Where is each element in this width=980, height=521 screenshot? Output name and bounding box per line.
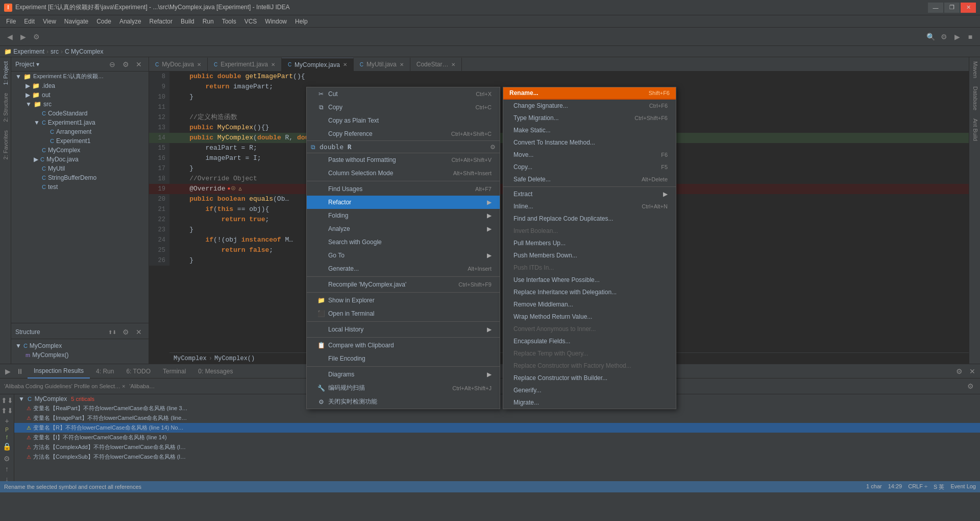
ctx-encoding-scan[interactable]: 🔧 编码规约扫描 Ctrl+Alt+Shift+J [307,381,500,395]
ctx-close-realtime[interactable]: ⚙ 关闭实时检测功能 [307,395,500,409]
refactor-use-interface[interactable]: Use Interface Where Possible... [503,274,676,286]
bottom-tab-messages[interactable]: 0: Messages [192,364,239,378]
refactor-push-down[interactable]: Push Members Down... [503,249,676,262]
toolbar-forward[interactable]: ▶ [17,31,29,42]
inspection-p-icon[interactable]: P [2,427,13,433]
favorites-tab[interactable]: 2: Favorites [1,126,10,163]
inspection-sort2[interactable]: ⬆⬇ [2,407,13,415]
menu-build[interactable]: Build [177,17,199,26]
ctx-cut[interactable]: ✂ Cut Ctrl+X [307,87,500,101]
tree-experiment[interactable]: ▼ 📁 Experiment E:\认真的侯颖… [11,72,149,81]
menu-refactor[interactable]: Refactor [145,17,177,26]
bottom-tab-todo[interactable]: 6: TODO [120,364,157,378]
ctx-refactor[interactable]: Refactor ▶ [307,196,500,209]
ctx-search-google[interactable]: Search with Google [307,235,500,249]
refactor-inline[interactable]: Inline... Ctrl+Alt+N [503,200,676,212]
ctx-copy-plain[interactable]: Copy as Plain Text [307,114,500,127]
tree-mycomplex[interactable]: C MyComplex [11,146,149,155]
tree-stringbuffer[interactable]: C StringBufferDemo [11,173,149,182]
menu-run[interactable]: Run [199,17,218,26]
toolbar-gear[interactable]: ⚙ [938,31,949,42]
menu-tools[interactable]: Tools [218,17,240,26]
sidebar-close[interactable]: ✕ [133,59,144,70]
refactor-to-instance[interactable]: Convert To Instance Method... [503,136,676,149]
database-tab[interactable]: Database [969,82,980,114]
refactor-replace-inheritance[interactable]: Replace Inheritance with Delegation... [503,286,676,298]
inspection-filter2[interactable]: ⚙ [2,455,13,463]
tab-mydoc[interactable]: C MyDoc.java ✕ [149,58,208,71]
structure-mycomplex[interactable]: ▼ C MyComplex [11,341,149,350]
breadcrumb-mycomplex[interactable]: MyComplex [71,48,103,55]
toolbar-settings[interactable]: ⚙ [31,31,42,42]
editor-breadcrumb-mycomplex[interactable]: MyComplex [174,355,207,362]
refactor-encapsulate[interactable]: Encapsulate Fields... [503,335,676,347]
tree-src[interactable]: ▼ 📁 src [11,100,149,109]
status-position[interactable]: 1 char [866,483,882,491]
menu-help[interactable]: Help [291,17,312,26]
refactor-find-replace-dups[interactable]: Find and Replace Code Duplicates... [503,212,676,225]
minimize-button[interactable]: — [928,3,943,13]
ctx-copy-ref[interactable]: Copy Reference Ctrl+Alt+Shift+C [307,127,500,140]
bottom-tab-terminal[interactable]: Terminal [157,364,192,378]
breadcrumb-src[interactable]: src [51,48,59,55]
inspection-item5[interactable]: ⚠ 方法名【ComplexAdd】不符合lowerCamelCase命名风格 (… [14,442,980,452]
inspection-f-icon[interactable]: f [2,435,13,440]
bottom-settings[interactable]: ⚙ [953,366,965,377]
refactor-remove-middleman[interactable]: Remove Middleman... [503,298,676,311]
pause-icon[interactable]: ⏸ [14,366,26,377]
tree-mydoc[interactable]: ▶ C MyDoc.java [11,155,149,164]
tab-codestar[interactable]: CodeStar… ✕ [410,58,462,71]
tree-myutil[interactable]: C MyUtil [11,164,149,173]
refactor-safe-delete[interactable]: Safe Delete... Alt+Delete [503,173,676,185]
tab-experiment1[interactable]: C Experiment1.java ✕ [208,58,282,71]
toolbar-stop[interactable]: ■ [965,31,976,42]
inspection-item6[interactable]: ⚠ 方法名【ComplexSub】不符合lowerCamelCase命名风格 (… [14,452,980,462]
editor-breadcrumb-constructor[interactable]: MyComplex() [214,355,255,362]
maven-tab[interactable]: Maven [969,57,980,82]
structure-sort[interactable]: ⬆⬇ [107,326,118,338]
ctx-folding[interactable]: Folding ▶ [307,209,500,222]
menu-file[interactable]: File [2,17,20,26]
tab-codestar-close[interactable]: ✕ [451,62,455,67]
refactor-extract[interactable]: Extract ▶ [503,188,676,200]
filter-icon[interactable]: ⚙ [965,381,976,392]
refactor-rename-label[interactable]: Rename... [509,89,538,97]
sidebar-collapse[interactable]: ⊖ [107,59,118,70]
menu-view[interactable]: View [39,17,60,26]
tooltip-gear[interactable]: ⚙ [490,144,496,151]
refactor-type-migration[interactable]: Type Migration... Ctrl+Shift+F6 [503,112,676,124]
ctx-diagrams[interactable]: Diagrams ▶ [307,368,500,381]
inspection-item2[interactable]: ⚠ 变量名【ImagePart】不符合lowerCamelCase命名风格 (l… [14,413,980,423]
ctx-col-select[interactable]: Column Selection Mode Alt+Shift+Insert [307,167,500,180]
breadcrumb-experiment[interactable]: Experiment [13,48,44,55]
tab-exp1-close[interactable]: ✕ [271,62,275,67]
tree-experiment1java[interactable]: ▼ C Experiment1.java [11,118,149,127]
tab-myutil[interactable]: C MyUtil.java ✕ [354,58,410,71]
status-lang[interactable]: S 英 [934,483,944,491]
status-encoding[interactable]: CRLF ÷ [908,483,927,491]
ant-build-tab[interactable]: Ant Build [969,114,980,145]
ctx-analyze[interactable]: Analyze ▶ [307,222,500,235]
menu-window[interactable]: Window [261,17,291,26]
ctx-generate[interactable]: Generate... Alt+Insert [307,262,500,275]
structure-tab-left[interactable]: 2: Structure [1,89,10,126]
inspection-lock[interactable]: 🔒 [2,442,13,451]
close-button[interactable]: ✕ [961,3,976,13]
ctx-compare-clipboard[interactable]: 📋 Compare with Clipboard [307,339,500,352]
refactor-generify[interactable]: Generify... [503,384,676,396]
menu-navigate[interactable]: Navigate [60,17,92,26]
sidebar-settings[interactable]: ⚙ [120,59,131,70]
tree-experiment1[interactable]: C Experiment1 [11,136,149,146]
inspection-sort-alpha[interactable]: ⬆⬇ [2,396,13,405]
menu-analyze[interactable]: Analyze [115,17,145,26]
menu-vcs[interactable]: VCS [240,17,261,26]
inspection-up[interactable]: ↑ [2,465,13,473]
ctx-file-encoding[interactable]: File Encoding [307,352,500,365]
tree-arrangement[interactable]: C Arrangement [11,127,149,136]
ctx-local-history[interactable]: Local History ▶ [307,323,500,336]
tab-mydoc-close[interactable]: ✕ [197,62,201,67]
refactor-wrap-return[interactable]: Wrap Method Return Value... [503,311,676,323]
toolbar-back[interactable]: ◀ [4,31,15,42]
refactor-migrate[interactable]: Migrate... [503,396,676,409]
menu-code[interactable]: Code [92,17,115,26]
